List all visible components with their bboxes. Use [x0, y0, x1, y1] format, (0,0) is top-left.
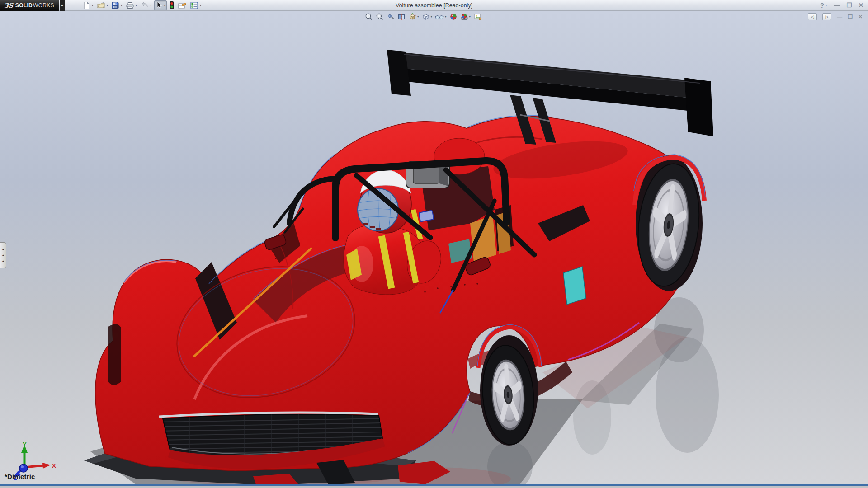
triad-x-label: X — [52, 462, 56, 469]
eyeglasses-icon — [435, 13, 444, 21]
main-toolbar: ▾ ▾ ▾ — [81, 0, 203, 10]
open-folder-icon — [97, 1, 105, 9]
solidworks-logo-solid: SOLID — [15, 2, 33, 9]
view-orientation-button[interactable]: ▾ — [408, 12, 420, 21]
menu-flyout-arrow[interactable]: ▸ — [60, 0, 65, 11]
apply-scene-button[interactable]: ▾ — [460, 12, 472, 21]
view-settings-button[interactable] — [473, 12, 482, 21]
car-3d-model[interactable] — [0, 11, 868, 484]
graphics-viewport[interactable]: ▾ ▾ ▾ — [0, 11, 868, 484]
print-dropdown[interactable]: ▾ — [136, 4, 137, 7]
window-controls: ? ▾ — ❐ ✕ — [820, 0, 863, 11]
triad-y-label: Y — [23, 441, 27, 448]
status-bar-edge — [0, 484, 868, 488]
left-tab-arrow: ◂ — [2, 253, 4, 257]
select-dropdown[interactable]: ▾ — [164, 4, 166, 7]
help-button[interactable]: ? ▾ — [820, 2, 827, 9]
print-icon — [126, 1, 134, 9]
save-dropdown[interactable]: ▾ — [121, 4, 123, 7]
left-tab-arrow: ◂ — [2, 259, 4, 263]
select-tool-button[interactable]: ▾ — [154, 0, 167, 10]
zoom-to-area-button[interactable] — [375, 12, 384, 21]
section-view-icon — [397, 13, 406, 21]
feature-tree-collapsed-tab[interactable]: ◂ ◂ ◂ — [0, 242, 6, 268]
print-button[interactable]: ▾ — [125, 1, 138, 10]
left-tab-arrow: ◂ — [2, 248, 4, 251]
solidworks-logo-works: WORKS — [33, 2, 54, 9]
display-style-dropdown[interactable]: ▾ — [431, 15, 433, 19]
undo-icon — [140, 1, 149, 9]
title-bar: 3S SOLID WORKS ▸ ▾ ▾ — [0, 0, 868, 11]
apply-scene-icon — [460, 13, 468, 21]
open-dropdown[interactable]: ▾ — [107, 4, 108, 7]
solidworks-logo: 3S SOLID WORKS — [0, 0, 59, 11]
headsup-view-toolbar: ▾ ▾ ▾ — [364, 12, 482, 21]
zoom-to-area-icon — [376, 13, 384, 21]
zoom-to-fit-icon — [365, 13, 373, 21]
view-settings-icon — [473, 13, 482, 21]
view-orientation-label: *Dimetric — [5, 473, 35, 480]
select-cursor-icon — [156, 1, 163, 9]
appearance-ball-icon — [449, 13, 458, 21]
save-button[interactable]: ▾ — [110, 1, 123, 10]
options-dropdown[interactable]: ▾ — [200, 4, 202, 7]
apply-scene-dropdown[interactable]: ▾ — [469, 15, 471, 19]
help-dropdown: ▾ — [826, 4, 827, 7]
solidworks-logo-mark: 3S — [4, 2, 13, 9]
document-window-controls: ◁ ▷ — ❐ ✕ — [808, 13, 863, 20]
collapse-left-pane-button[interactable]: ◁ — [808, 13, 817, 20]
help-icon: ? — [820, 2, 824, 9]
previous-view-icon — [387, 13, 395, 21]
undo-dropdown[interactable]: ▾ — [150, 4, 152, 7]
undo-button[interactable]: ▾ — [139, 1, 153, 10]
notepad-pencil-icon — [178, 1, 187, 9]
edit-pad-button[interactable] — [177, 1, 188, 10]
new-document-icon — [82, 1, 90, 9]
display-style-cube-icon — [422, 13, 430, 21]
checklist-icon — [190, 1, 198, 9]
doc-minimize-button[interactable]: — — [837, 14, 842, 20]
previous-view-button[interactable] — [386, 12, 395, 21]
view-orientation-dropdown[interactable]: ▾ — [417, 15, 419, 19]
view-orientation-cube-icon — [408, 13, 416, 21]
open-button[interactable]: ▾ — [96, 1, 109, 10]
restore-button[interactable]: ❐ — [846, 0, 852, 11]
close-button[interactable]: ✕ — [859, 0, 863, 11]
display-style-button[interactable]: ▾ — [421, 12, 433, 21]
new-document-button[interactable]: ▾ — [81, 1, 94, 10]
hide-show-items-button[interactable]: ▾ — [434, 12, 447, 21]
hide-show-dropdown[interactable]: ▾ — [445, 15, 447, 19]
new-document-dropdown[interactable]: ▾ — [92, 4, 94, 7]
edit-appearance-button[interactable] — [449, 12, 458, 21]
expand-right-pane-button[interactable]: ▷ — [822, 13, 831, 20]
zoom-to-fit-button[interactable] — [364, 12, 373, 21]
doc-restore-button[interactable]: ❐ — [848, 14, 853, 20]
rebuild-button[interactable] — [168, 0, 175, 10]
options-button[interactable]: ▾ — [189, 1, 203, 10]
doc-close-button[interactable]: ✕ — [858, 14, 863, 20]
section-view-button[interactable] — [397, 12, 406, 21]
minimize-button[interactable]: — — [834, 0, 840, 11]
traffic-light-icon — [169, 1, 175, 9]
save-floppy-icon — [111, 1, 119, 9]
